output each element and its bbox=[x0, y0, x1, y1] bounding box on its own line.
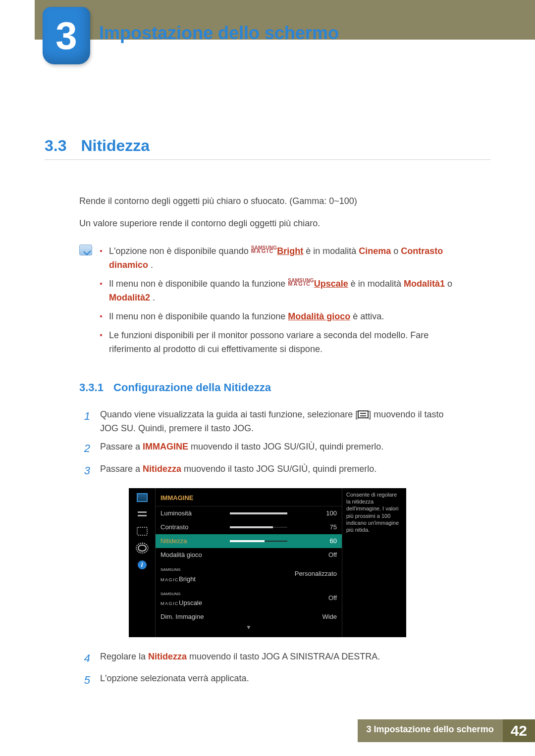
page-footer: 3 Impostazione dello schermo 42 bbox=[358, 719, 535, 742]
osd-row-value: Off bbox=[292, 593, 337, 603]
osd-main: IMMAGINE Luminosità100Contrasto75Nitidez… bbox=[156, 488, 342, 637]
osd-row: Luminosità100 bbox=[156, 506, 342, 520]
note-icon bbox=[79, 245, 92, 255]
section-paragraph: Un valore superiore rende il contorno de… bbox=[79, 217, 456, 231]
osd-row-label: Luminosità bbox=[160, 508, 225, 518]
picture-tab-icon bbox=[137, 493, 148, 502]
osd-row-label: Nitidezza bbox=[160, 536, 225, 546]
section-number: 3.3 bbox=[45, 137, 66, 154]
osd-row-value: Off bbox=[292, 550, 337, 560]
step-number: 5 bbox=[79, 672, 90, 689]
samsung-magic-label: SAMSUNGMAGIC bbox=[251, 246, 277, 253]
osd-row: Modalità giocoOff bbox=[156, 548, 342, 562]
step-number: 3 bbox=[79, 462, 90, 479]
step: 3 Passare a Nitidezza muovendo il tasto … bbox=[79, 462, 456, 479]
expand-tab-icon bbox=[137, 527, 148, 536]
osd-row-value: 75 bbox=[292, 522, 337, 532]
section-paragraph: Rende il contorno degli oggetti più chia… bbox=[79, 195, 456, 208]
osd-row: Nitidezza60 bbox=[156, 534, 342, 548]
step-number: 1 bbox=[79, 408, 90, 436]
osd-row-value: 100 bbox=[292, 508, 337, 518]
step: 5 L'opzione selezionata verrà applicata. bbox=[79, 672, 456, 689]
osd-row: Dim. ImmagineWide bbox=[156, 610, 342, 624]
osd-menu-figure: i IMMAGINE Luminosità100Contrasto75Nitid… bbox=[129, 488, 406, 637]
osd-row-label: SAMSUNGMAGICBright bbox=[160, 564, 225, 584]
info-tab-icon: i bbox=[138, 560, 147, 569]
note-item: Le funzioni disponibili per il monitor p… bbox=[100, 329, 456, 356]
osd-header: IMMAGINE bbox=[156, 491, 342, 506]
step: 4 Regolare la Nitidezza muovendo il tast… bbox=[79, 650, 456, 667]
osd-row-label: SAMSUNGMAGICUpscale bbox=[160, 588, 225, 608]
section-title: Nitidezza bbox=[81, 137, 150, 154]
osd-row: Contrasto75 bbox=[156, 520, 342, 534]
onscreen-tab-icon bbox=[137, 510, 148, 519]
osd-slider bbox=[230, 527, 287, 528]
scroll-down-icon: ▼ bbox=[156, 623, 342, 632]
osd-slider bbox=[230, 513, 287, 514]
subsection-title: Configurazione della Nitidezza bbox=[113, 381, 271, 394]
osd-row-value: Personalizzato bbox=[292, 569, 337, 579]
chapter-title: Impostazione dello schermo bbox=[99, 23, 339, 44]
menu-icon bbox=[358, 410, 369, 418]
section-heading: 3.3 Nitidezza bbox=[45, 134, 490, 160]
osd-row-value: Wide bbox=[292, 612, 337, 622]
osd-sidebar: i bbox=[129, 488, 156, 637]
settings-tab-icon bbox=[137, 544, 148, 553]
osd-row: SAMSUNGMAGICBrightPersonalizzato bbox=[156, 562, 342, 586]
samsung-magic-label: SAMSUNGMAGIC bbox=[288, 279, 314, 286]
osd-row-label: Modalità gioco bbox=[160, 550, 225, 560]
step: 1 Quando viene visualizzata la guida ai … bbox=[79, 408, 456, 436]
step-number: 4 bbox=[79, 650, 90, 667]
osd-slider bbox=[230, 541, 287, 542]
osd-row-label: Dim. Immagine bbox=[160, 612, 225, 622]
osd-row-value: 60 bbox=[292, 536, 337, 546]
note-item: L'opzione non è disponibile quando SAMSU… bbox=[100, 245, 456, 272]
step: 2 Passare a IMMAGINE muovendo il tasto J… bbox=[79, 440, 456, 457]
footer-page-number: 42 bbox=[503, 719, 535, 742]
osd-row: SAMSUNGMAGICUpscaleOff bbox=[156, 586, 342, 610]
note-item: Il menu non è disponibile quando la funz… bbox=[100, 310, 456, 324]
note-block: L'opzione non è disponibile quando SAMSU… bbox=[79, 245, 456, 361]
subsection-heading: 3.3.1 Configurazione della Nitidezza bbox=[79, 379, 490, 396]
subsection-number: 3.3.1 bbox=[79, 381, 104, 394]
step-number: 2 bbox=[79, 440, 90, 457]
osd-row-label: Contrasto bbox=[160, 522, 225, 532]
page-content: 3.3 Nitidezza Rende il contorno degli og… bbox=[0, 40, 535, 689]
note-item: Il menu non è disponibile quando la funz… bbox=[100, 277, 456, 305]
footer-chapter-title: 3 Impostazione dello schermo bbox=[358, 719, 503, 742]
osd-hint: Consente di regolare la nitidezza dell'i… bbox=[342, 488, 406, 637]
chapter-number-badge: 3 bbox=[43, 7, 90, 64]
